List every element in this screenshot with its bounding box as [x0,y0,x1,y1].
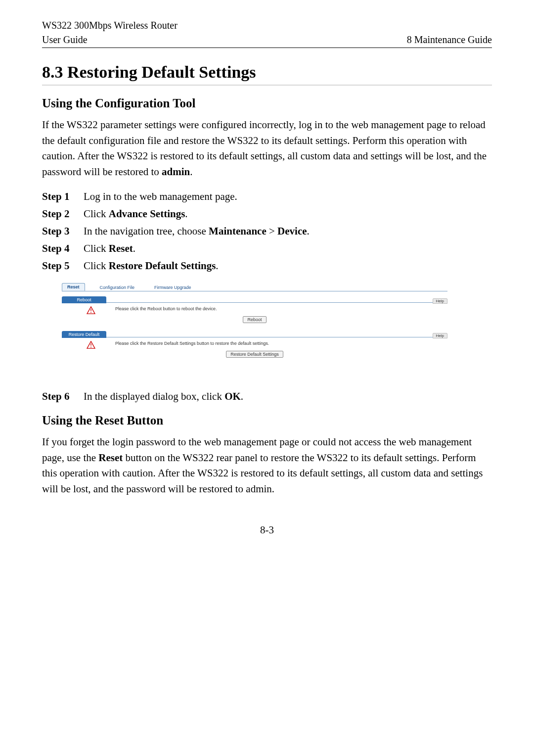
intro-paragraph: If the WS322 parameter settings were con… [42,117,492,180]
reset-text-bold: Reset [98,452,123,464]
step-text: Click Advance Settings. [84,208,188,220]
panel-divider [106,331,433,337]
step-mid: > [267,225,277,237]
tab-config-file[interactable]: Configuration File [95,284,140,291]
intro-after: . [190,166,192,178]
step-2: Step 2 Click Advance Settings. [42,208,492,220]
step-text: Click Reset. [84,242,135,255]
panel-divider [106,296,433,303]
intro-text: If the WS322 parameter settings were con… [42,119,487,178]
step-prefix: In the navigation tree, choose [84,225,209,237]
step-label: Step 6 [42,390,77,403]
step-bold: Restore Default Settings [109,260,216,272]
step-label: Step 5 [42,260,77,272]
subheading-config-tool: Using the Configuration Tool [42,96,492,110]
step-5: Step 5 Click Restore Default Settings. [42,260,492,272]
step-prefix: Click [84,242,109,254]
step-prefix: Click [84,208,109,220]
step-bold: OK [224,390,241,402]
step-1: Step 1 Log in to the web management page… [42,190,492,203]
panel-badge-reboot: Reboot [62,296,106,303]
step-bold: Reset [109,242,133,254]
step-text: In the navigation tree, choose Maintenan… [84,225,310,237]
tab-firmware-upgrade[interactable]: Firmware Upgrade [149,284,196,291]
warning-icon [87,306,95,314]
step-bold2: Device [277,225,307,237]
help-button[interactable]: Help [433,333,447,338]
svg-point-5 [90,347,91,348]
steps-list-a: Step 1 Log in to the web management page… [42,190,492,272]
subheading-reset-button: Using the Reset Button [42,414,492,427]
product-name: WS322 300Mbps Wireless Router [42,20,492,31]
reset-button-paragraph: If you forget the login password to the … [42,434,492,497]
step-bold: Maintenance [209,225,267,237]
reboot-button[interactable]: Reboot [243,316,266,323]
panel-badge-restore: Restore Default [62,331,106,338]
router-ui-screenshot: Reset Configuration File Firmware Upgrad… [62,282,447,361]
warning-icon [87,341,95,349]
step-suffix: . [216,260,218,272]
help-button[interactable]: Help [433,298,447,304]
steps-list-b: Step 6 In the displayed dialog box, clic… [42,390,492,403]
step-prefix: In the displayed dialog box, click [84,390,224,402]
step-text: Log in to the web management page. [84,190,237,203]
panel-reboot: Reboot Help Please click the Reboot butt… [62,296,447,326]
page-header: WS322 300Mbps Wireless Router User Guide… [42,20,492,48]
step-suffix: . [133,242,135,254]
step-label: Step 3 [42,225,77,237]
tab-reset[interactable]: Reset [62,283,85,291]
step-text: In the displayed dialog box, click OK. [84,390,243,403]
step-6: Step 6 In the displayed dialog box, clic… [42,390,492,403]
step-bold: Advance Settings [109,208,185,220]
header-left: User Guide [42,34,88,46]
step-suffix: . [185,208,187,220]
step-label: Step 2 [42,208,77,220]
step-label: Step 4 [42,242,77,255]
ui-tabs: Reset Configuration File Firmware Upgrad… [62,282,447,291]
intro-bold: admin [162,166,190,178]
step-3: Step 3 In the navigation tree, choose Ma… [42,225,492,237]
reboot-description: Please click the Reboot button to reboot… [115,306,447,311]
step-text: Click Restore Default Settings. [84,260,219,272]
restore-description: Please click the Restore Default Setting… [115,341,447,346]
section-title: 8.3 Restoring Default Settings [42,63,492,86]
header-right: 8 Maintenance Guide [407,34,492,46]
svg-point-2 [90,312,91,313]
step-prefix: Click [84,260,109,272]
step-label: Step 1 [42,190,77,203]
panel-restore-default: Restore Default Help Please click the Re… [62,331,447,361]
step-suffix: . [241,390,243,402]
page-number: 8-3 [42,524,492,536]
step-suffix: . [307,225,310,237]
step-4: Step 4 Click Reset. [42,242,492,255]
restore-default-button[interactable]: Restore Default Settings [226,351,283,358]
